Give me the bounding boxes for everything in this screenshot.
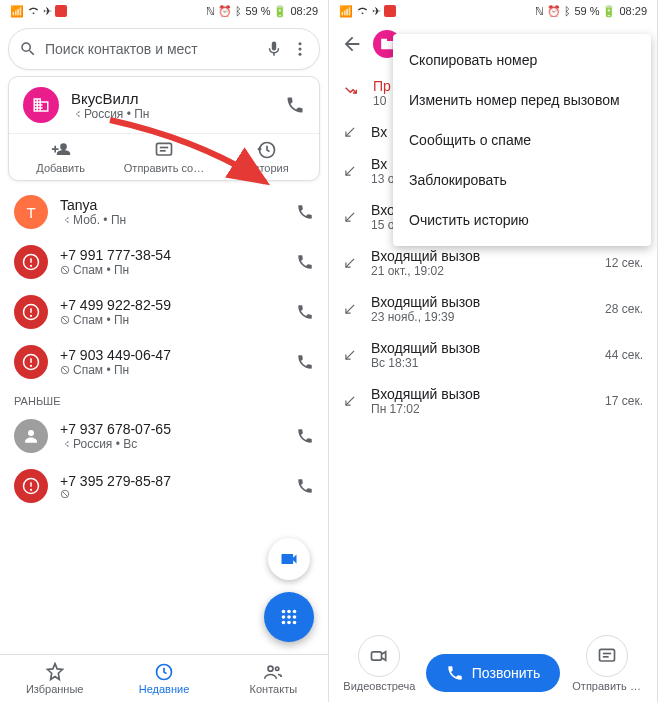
search-bar[interactable]: Поиск контактов и мест (8, 28, 320, 70)
contact-avatar (23, 87, 59, 123)
svg-point-13 (30, 315, 32, 317)
telegram-icon: ✈ (372, 5, 381, 18)
earlier-calls-list: +7 937 678-07-65 Россия • Вс +7 395 279-… (0, 411, 328, 511)
video-call-button[interactable]: Видеовстреча (343, 635, 416, 692)
wifi-icon (27, 6, 40, 16)
message-icon (154, 140, 174, 160)
call-type: Входящий вызов (371, 340, 591, 356)
call-history-row[interactable]: Входящий вызов 21 окт., 19:02 12 сек. (329, 240, 657, 286)
more-icon[interactable] (291, 40, 309, 58)
call-row[interactable]: +7 991 777-38-54 Спам • Пн (0, 237, 328, 287)
status-bar: 📶 ✈ ℕ ⏰ ᛒ 59 % 🔋 08:29 (0, 0, 328, 22)
svg-point-21 (28, 430, 34, 436)
call-type: Входящий вызов (371, 294, 591, 310)
alarm-icon: ⏰ (218, 5, 232, 18)
call-history-row[interactable]: Входящий вызов 23 нояб., 19:39 28 сек. (329, 286, 657, 332)
dialpad-fab[interactable] (264, 592, 314, 642)
call-icon[interactable] (296, 427, 314, 445)
bottom-actions: Видеовстреча Позвонить Отправить … (329, 627, 657, 700)
svg-point-34 (287, 621, 291, 625)
history-button[interactable]: История (216, 134, 319, 180)
call-icon[interactable] (296, 353, 314, 371)
add-contact-button[interactable]: Добавить (9, 134, 112, 180)
section-earlier: РАНЬШЕ (0, 387, 328, 411)
menu-item[interactable]: Заблокировать (393, 160, 651, 200)
call-row[interactable]: +7 937 678-07-65 Россия • Вс (0, 411, 328, 461)
call-row[interactable]: +7 903 449-06-47 Спам • Пн (0, 337, 328, 387)
row-title: +7 937 678-07-65 (60, 421, 284, 437)
back-icon[interactable] (341, 33, 363, 55)
nav-contacts[interactable]: Контакты (219, 655, 328, 702)
call-button[interactable]: Позвонить (426, 654, 560, 692)
svg-line-10 (63, 268, 68, 273)
svg-point-35 (293, 621, 297, 625)
call-date: 21 окт., 19:02 (371, 264, 591, 278)
call-duration: 17 сек. (605, 394, 643, 408)
row-title: +7 395 279-85-87 (60, 473, 284, 489)
person-add-icon (51, 140, 71, 160)
search-icon (19, 40, 37, 58)
row-avatar (14, 345, 48, 379)
bluetooth-icon: ᛒ (564, 5, 571, 17)
call-icon[interactable] (296, 253, 314, 271)
svg-point-8 (30, 265, 32, 267)
contact-sub: Россия • Пн (71, 107, 273, 121)
svg-rect-40 (599, 649, 614, 661)
call-type: Входящий вызов (371, 248, 591, 264)
call-row[interactable]: +7 395 279-85-87 (0, 461, 328, 511)
svg-rect-39 (372, 652, 382, 660)
svg-point-27 (282, 610, 286, 614)
svg-line-26 (63, 492, 68, 497)
row-sub (60, 489, 284, 499)
svg-point-2 (299, 53, 302, 56)
menu-item[interactable]: Сообщить о спаме (393, 120, 651, 160)
mic-icon[interactable] (265, 40, 283, 58)
svg-point-29 (293, 610, 297, 614)
card-actions: Добавить Отправить со… История (9, 133, 319, 180)
menu-item[interactable]: Очистить историю (393, 200, 651, 240)
call-history-row[interactable]: Входящий вызов Вс 18:31 44 сек. (329, 332, 657, 378)
call-icon[interactable] (296, 303, 314, 321)
svg-line-15 (63, 318, 68, 323)
video-fab[interactable] (268, 538, 310, 580)
message-button[interactable]: Отправить … (570, 635, 643, 692)
row-sub: Спам • Пн (60, 263, 284, 277)
svg-point-32 (293, 615, 297, 619)
row-title: +7 991 777-38-54 (60, 247, 284, 263)
svg-point-31 (287, 615, 291, 619)
call-row[interactable]: T Tanya Моб. • Пн (0, 187, 328, 237)
call-direction-icon (343, 164, 357, 178)
recent-calls-list: T Tanya Моб. • Пн +7 991 777-38-54 Спам … (0, 187, 328, 387)
svg-point-38 (276, 667, 279, 670)
call-date: Вс 18:31 (371, 356, 591, 370)
signal-icon: 📶 (339, 5, 353, 18)
contact-card: ВкусВилл Россия • Пн Добавить (8, 76, 320, 181)
call-history-row[interactable]: Входящий вызов Пн 17:02 17 сек. (329, 378, 657, 424)
row-sub: Спам • Пн (60, 363, 284, 377)
status-bar: 📶 ✈ ℕ ⏰ ᛒ 59 % 🔋 08:29 (329, 0, 657, 22)
row-title: +7 903 449-06-47 (60, 347, 284, 363)
menu-item[interactable]: Скопировать номер (393, 40, 651, 80)
svg-point-0 (299, 42, 302, 45)
app-icon (384, 5, 396, 17)
row-avatar (14, 245, 48, 279)
card-header[interactable]: ВкусВилл Россия • Пн (9, 77, 319, 133)
battery-text: 59 % (245, 5, 270, 17)
row-sub: Спам • Пн (60, 313, 284, 327)
svg-point-24 (30, 489, 32, 491)
menu-item[interactable]: Изменить номер перед вызовом (393, 80, 651, 120)
call-direction-icon (343, 394, 357, 408)
row-avatar (14, 419, 48, 453)
call-icon[interactable] (285, 95, 305, 115)
call-icon[interactable] (296, 203, 314, 221)
svg-point-28 (287, 610, 291, 614)
send-message-button[interactable]: Отправить со… (112, 134, 215, 180)
nav-favorites[interactable]: Избранные (0, 655, 109, 702)
fab-container (264, 538, 314, 642)
call-icon[interactable] (296, 477, 314, 495)
call-row[interactable]: +7 499 922-82-59 Спам • Пн (0, 287, 328, 337)
nav-recent[interactable]: Недавние (109, 655, 218, 702)
call-duration: 28 сек. (605, 302, 643, 316)
app-icon (55, 5, 67, 17)
call-direction-icon (343, 125, 357, 139)
